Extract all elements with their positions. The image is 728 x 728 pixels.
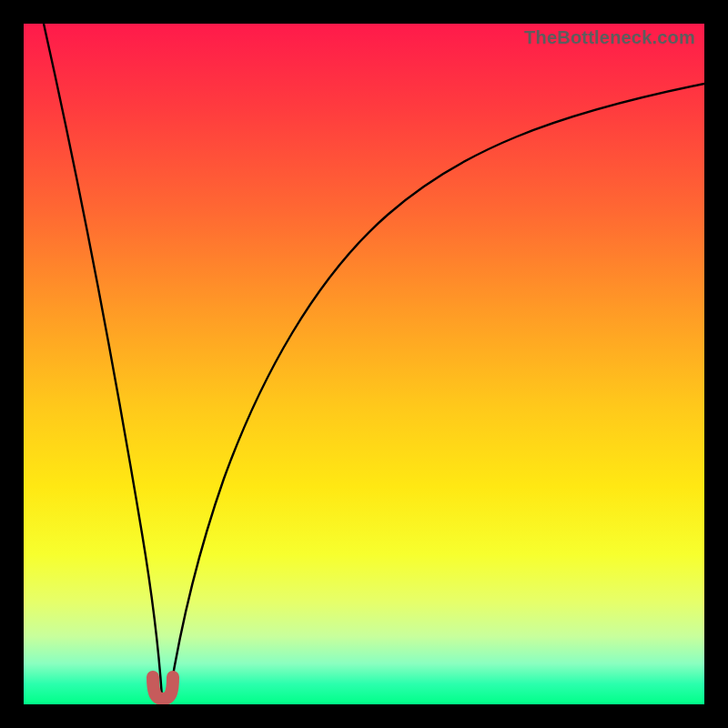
- curve-layer: [24, 24, 704, 704]
- right-branch-curve: [169, 84, 704, 697]
- chart-container: TheBottleneck.com: [0, 0, 728, 728]
- plot-area: TheBottleneck.com: [24, 24, 704, 704]
- left-branch-curve: [44, 24, 162, 697]
- optimum-marker: [153, 677, 173, 699]
